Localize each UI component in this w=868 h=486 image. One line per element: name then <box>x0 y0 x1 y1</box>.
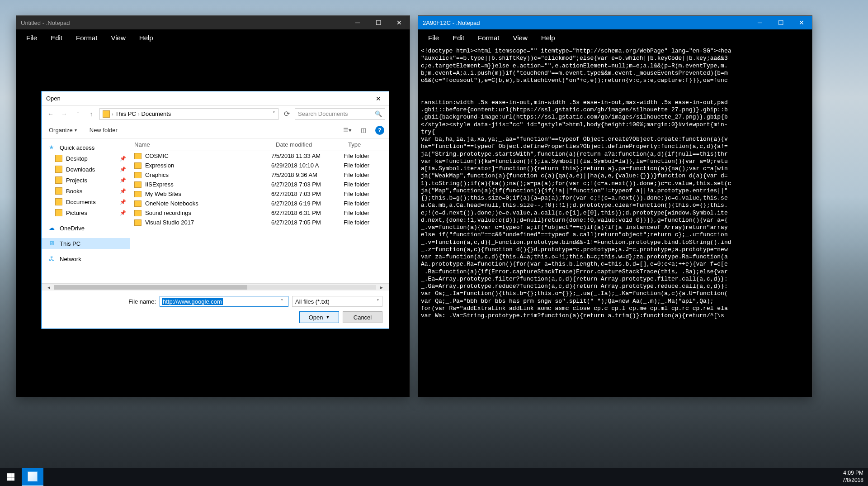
menu-view[interactable]: View <box>507 31 534 44</box>
nav-item-downloads[interactable]: Downloads📌 <box>42 164 130 175</box>
menu-view[interactable]: View <box>105 31 132 44</box>
nav-item-pictures[interactable]: Pictures📌 <box>42 207 130 218</box>
folder-icon <box>134 153 142 159</box>
nav-item-projects[interactable]: Projects📌 <box>42 175 130 186</box>
nav-network[interactable]: 🖧 Network <box>42 253 130 264</box>
breadcrumb-root[interactable]: This PC <box>115 110 136 117</box>
maximize-button[interactable]: ☐ <box>368 16 389 29</box>
file-row[interactable]: IISExpress6/27/2018 7:03 PMFile folder <box>130 180 389 189</box>
breadcrumb-folder[interactable]: Documents <box>142 110 171 117</box>
system-tray[interactable]: 4:09 PM 7/8/2018 <box>838 470 868 484</box>
folder-icon <box>55 176 62 184</box>
dialog-titlebar[interactable]: Open ✕ <box>42 91 389 106</box>
star-icon: ★ <box>49 144 56 151</box>
cloud-icon: ☁ <box>49 224 56 232</box>
close-button[interactable]: ✕ <box>389 16 410 29</box>
file-row[interactable]: Sound recordings6/27/2018 6:31 PMFile fo… <box>130 208 389 218</box>
taskbar-app-notepad[interactable] <box>22 468 43 486</box>
folder-icon <box>55 155 62 162</box>
folder-icon <box>134 191 142 197</box>
scroll-right-button[interactable]: ▸ <box>378 284 385 291</box>
filename-input[interactable]: http://www.google.com ˅ <box>160 296 288 307</box>
menu-bar: File Edit Format View Help <box>16 29 410 46</box>
nav-item-desktop[interactable]: Desktop📌 <box>42 153 130 164</box>
nav-this-pc[interactable]: 🖥 This PC <box>42 238 130 249</box>
menu-format[interactable]: Format <box>472 31 506 44</box>
titlebar-right[interactable]: 2A90F12C - .Notepad ─ ☐ ✕ <box>418 16 812 29</box>
titlebar-left[interactable]: Untitled - .Notepad ─ ☐ ✕ <box>16 16 410 29</box>
menu-help[interactable]: Help <box>535 31 561 44</box>
start-button[interactable] <box>0 468 22 486</box>
file-row[interactable]: Visual Studio 20176/27/2018 7:05 PMFile … <box>130 218 389 227</box>
file-row[interactable]: Graphics7/5/2018 9:36 AMFile folder <box>130 170 389 180</box>
filetype-select[interactable]: All files (*.txt) ˅ <box>292 296 382 307</box>
minimize-button[interactable]: ─ <box>347 16 368 29</box>
col-name[interactable]: Name <box>130 138 271 151</box>
cancel-button[interactable]: Cancel <box>343 311 382 323</box>
taskbar: 4:09 PM 7/8/2018 <box>0 468 868 486</box>
back-button[interactable]: ← <box>45 109 56 119</box>
pin-icon: 📌 <box>120 188 126 194</box>
menu-file[interactable]: File <box>422 31 445 44</box>
notepad-text-area[interactable]: <!doctype html><html itemscope="" itemty… <box>418 46 812 397</box>
menu-file[interactable]: File <box>20 31 43 44</box>
maximize-button[interactable]: ☐ <box>770 16 791 29</box>
scroll-thumb[interactable] <box>54 285 247 290</box>
nav-onedrive[interactable]: ☁ OneDrive <box>42 223 130 233</box>
scroll-track[interactable] <box>54 285 376 290</box>
search-input[interactable]: Search Documents 🔍 <box>295 108 385 120</box>
file-row[interactable]: COSMIC7/5/2018 11:33 AMFile folder <box>130 151 389 161</box>
file-row[interactable]: My Web Sites6/27/2018 7:03 PMFile folder <box>130 189 389 199</box>
refresh-button[interactable]: ⟳ <box>281 109 292 119</box>
folder-icon <box>134 172 142 178</box>
dialog-toolbar: Organize▾ New folder ☰▾ ◫ ? <box>42 122 389 138</box>
folder-icon <box>134 219 142 226</box>
search-placeholder: Search Documents <box>298 110 375 117</box>
filename-label: File name: <box>124 298 156 305</box>
pin-icon: 📌 <box>120 156 126 162</box>
forward-button[interactable]: → <box>59 109 70 119</box>
file-row[interactable]: OneNote Notebooks6/27/2018 6:19 PMFile f… <box>130 199 389 208</box>
column-headers: Name Date modified Type <box>130 138 389 151</box>
chevron-down-icon[interactable]: ˅ <box>278 299 286 305</box>
windows-logo-icon <box>7 473 14 481</box>
nav-quick-access[interactable]: ★ Quick access <box>42 142 130 153</box>
chevron-right-icon: › <box>138 111 140 117</box>
file-row[interactable]: Expression6/29/2018 10:10 AFile folder <box>130 161 389 170</box>
close-button[interactable]: ✕ <box>791 16 812 29</box>
notepad-window-right: 2A90F12C - .Notepad ─ ☐ ✕ File Edit Form… <box>418 15 812 396</box>
clock-date: 7/8/2018 <box>842 477 863 484</box>
folder-icon <box>55 166 62 173</box>
folder-icon <box>134 162 142 169</box>
horizontal-scrollbar[interactable]: ◂ ▸ <box>42 283 389 291</box>
folder-icon <box>55 198 62 205</box>
preview-pane-button[interactable]: ◫ <box>359 126 368 135</box>
file-list-pane: Name Date modified Type COSMIC7/5/2018 1… <box>130 138 389 283</box>
menu-bar: File Edit Format View Help <box>418 29 812 46</box>
help-button[interactable]: ? <box>375 126 384 135</box>
pin-icon: 📌 <box>120 167 126 172</box>
minimize-button[interactable]: ─ <box>750 16 770 29</box>
menu-format[interactable]: Format <box>70 31 104 44</box>
nav-item-books[interactable]: Books📌 <box>42 186 130 196</box>
address-breadcrumb[interactable]: › This PC › Documents ˅ <box>99 108 278 120</box>
chevron-down-icon[interactable]: ˅ <box>273 111 275 117</box>
recent-button[interactable]: ˅ <box>72 109 83 119</box>
pin-icon: 📌 <box>120 210 126 216</box>
col-date[interactable]: Date modified <box>271 138 344 151</box>
scroll-left-button[interactable]: ◂ <box>45 284 52 291</box>
menu-edit[interactable]: Edit <box>446 31 471 44</box>
organize-button[interactable]: Organize▾ <box>46 125 80 135</box>
menu-help[interactable]: Help <box>133 31 160 44</box>
open-button[interactable]: Open▼ <box>299 311 339 323</box>
chevron-right-icon: › <box>112 111 113 117</box>
folder-icon <box>103 110 110 118</box>
col-type[interactable]: Type <box>344 138 389 151</box>
dialog-close-button[interactable]: ✕ <box>373 93 384 105</box>
up-button[interactable]: ↑ <box>86 109 97 119</box>
menu-edit[interactable]: Edit <box>44 31 69 44</box>
new-folder-button[interactable]: New folder <box>87 125 120 135</box>
view-options-button[interactable]: ☰▾ <box>343 126 352 135</box>
nav-item-documents[interactable]: Documents📌 <box>42 196 130 207</box>
clock-time: 4:09 PM <box>842 470 863 477</box>
